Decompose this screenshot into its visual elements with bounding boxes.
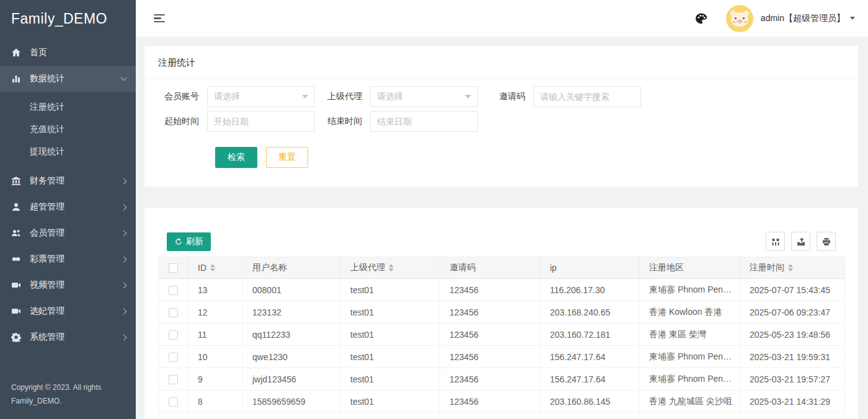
member-account-select[interactable]: 请选择 [207, 86, 315, 107]
theme-palette-icon[interactable] [695, 12, 707, 25]
table-cell: 香港 九龍城區 尖沙咀 [640, 390, 740, 413]
chevron-right-icon [121, 282, 127, 288]
table-cell: test01 [341, 368, 440, 390]
reset-button[interactable]: 重置 [266, 147, 308, 168]
chevron-right-icon [121, 334, 127, 340]
table-row: 7abcd123test01123456203.168.240.65香港 Kow… [159, 413, 845, 419]
sidebar-subitem[interactable]: 注册统计 [0, 96, 136, 118]
table-row: 10qwe1230test01123456156.247.17.64柬埔寨 Ph… [159, 346, 845, 368]
sidebar-subitem[interactable]: 提现统计 [0, 141, 136, 163]
start-time-label: 起始时间 [157, 116, 207, 127]
end-time-label: 结束时间 [321, 116, 370, 127]
filter-card: 注册统计 会员账号 请选择 上级代理 [144, 46, 858, 187]
content: 注册统计 会员账号 请选择 上级代理 [136, 37, 868, 419]
column-header: 邀请码 [440, 257, 541, 279]
topbar-right: admin【超级管理员】 [695, 5, 855, 32]
table-cell: test01 [341, 346, 440, 368]
chevron-right-icon [121, 256, 127, 262]
start-date-input[interactable] [207, 111, 315, 132]
table-cell: 10 [188, 346, 243, 368]
sidebar-item[interactable]: 首页 [0, 40, 136, 66]
sidebar-item-label: 选妃管理 [30, 306, 122, 317]
table-cell: 123132 [243, 301, 341, 324]
table-card: 刷新 ID [144, 208, 858, 419]
table-cell: 123456 [440, 324, 541, 346]
chevron-right-icon [121, 230, 127, 236]
data-table: ID用户名称上级代理邀请码ip注册地区注册时间 13008001test0112… [158, 257, 845, 419]
column-header: 注册时间 [740, 257, 845, 279]
sidebar-item-label: 数据统计 [30, 73, 122, 84]
page-title: 注册统计 [144, 46, 858, 79]
table-cell: 12 [188, 301, 243, 324]
chevron-right-icon [121, 308, 127, 314]
refresh-button[interactable]: 刷新 [167, 232, 211, 251]
table-cell: 8 [188, 390, 243, 413]
export-icon[interactable] [791, 232, 810, 251]
table-cell: 156.247.17.64 [541, 346, 640, 368]
table-row: 12123132test01123456203.168.240.65香港 Kow… [159, 301, 845, 324]
table-cell: test01 [341, 413, 440, 419]
chart-icon [11, 74, 21, 84]
row-checkbox[interactable] [169, 375, 178, 384]
end-date-input[interactable] [370, 111, 478, 132]
user-menu[interactable]: admin【超级管理员】 [761, 13, 855, 24]
sidebar-item[interactable]: 系统管理 [0, 324, 136, 350]
table-cell: 008001 [243, 279, 341, 301]
table-cell: 123456 [440, 368, 541, 390]
sidebar-item[interactable]: 视频管理 [0, 272, 136, 298]
sidebar-item[interactable]: 数据统计 [0, 66, 136, 92]
row-checkbox[interactable] [169, 308, 178, 317]
column-header: ip [541, 257, 640, 279]
table-cell: 2025-03-21 14:30:08 [740, 413, 845, 419]
row-checkbox[interactable] [169, 330, 178, 340]
table-cell: 203.160.86.145 [541, 390, 640, 413]
sort-icon[interactable] [389, 264, 394, 271]
sidebar-item-label: 系统管理 [30, 332, 122, 343]
sidebar-submenu: 注册统计充值统计提现统计 [0, 92, 136, 168]
sidebar-item[interactable]: 会员管理 [0, 220, 136, 246]
table-cell: test01 [341, 324, 440, 346]
sort-icon[interactable] [210, 264, 215, 271]
table-cell: 156.247.17.64 [541, 368, 640, 390]
sidebar-item[interactable]: 选妃管理 [0, 298, 136, 324]
table-cell: abcd123 [243, 413, 341, 419]
table-cell: 13 [188, 279, 243, 301]
print-icon[interactable] [817, 232, 836, 251]
table-cell: 116.206.17.30 [541, 279, 640, 301]
table-cell: 2025-05-23 19:48:56 [740, 324, 845, 346]
row-checkbox[interactable] [169, 353, 178, 362]
sidebar-item-label: 彩票管理 [30, 254, 122, 265]
main-area: admin【超级管理员】 注册统计 会员账号 请选择 [136, 0, 868, 419]
avatar[interactable] [726, 5, 753, 32]
video-icon [11, 306, 21, 316]
table-cell: test01 [341, 301, 440, 324]
select-all-checkbox[interactable] [169, 263, 178, 273]
sidebar-item[interactable]: 超管管理 [0, 194, 136, 220]
table-cell: 柬埔寨 Phnom Penh... [640, 279, 740, 301]
row-checkbox[interactable] [169, 286, 178, 295]
columns-icon[interactable] [766, 232, 785, 251]
sidebar-toggle-icon[interactable] [151, 12, 167, 25]
table-cell: 香港 東區 柴灣 [640, 324, 740, 346]
sort-icon[interactable] [788, 264, 793, 271]
sidebar-item-label: 财务管理 [30, 175, 122, 187]
parent-agent-select[interactable]: 请选择 [370, 86, 478, 107]
column-header: 注册地区 [640, 257, 740, 279]
video-icon [11, 280, 21, 290]
table-cell: 2025-03-21 19:59:31 [740, 346, 845, 368]
table-cell: qq112233 [243, 324, 341, 346]
sidebar-item[interactable]: 财务管理 [0, 168, 136, 194]
table-row: 9jwjd123456test01123456156.247.17.64柬埔寨 … [159, 368, 845, 390]
table-cell: 203.168.240.65 [541, 301, 640, 324]
search-button[interactable]: 检索 [215, 147, 257, 168]
invite-code-input[interactable] [533, 86, 641, 107]
sidebar-subitem[interactable]: 充值统计 [0, 118, 136, 141]
sidebar-item[interactable]: 彩票管理 [0, 246, 136, 272]
row-checkbox[interactable] [169, 397, 178, 407]
table-row: 815859659659test01123456203.160.86.145香港… [159, 390, 845, 413]
table-row: 13008001test01123456116.206.17.30柬埔寨 Phn… [159, 279, 845, 301]
column-header: 用户名称 [243, 257, 341, 279]
user-name: admin【超级管理员】 [761, 13, 845, 24]
table-cell: 香港 Kowloon City Dist... [640, 413, 740, 419]
table-cell: qwe1230 [243, 346, 341, 368]
